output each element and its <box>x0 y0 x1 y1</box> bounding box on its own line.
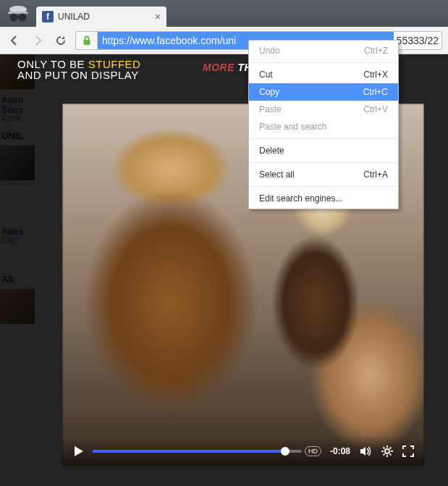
menu-shortcut: Ctrl+X <box>363 70 388 80</box>
svg-point-3 <box>19 13 27 21</box>
svg-line-14 <box>384 453 385 455</box>
tab-close-icon[interactable]: × <box>155 12 161 22</box>
svg-rect-5 <box>83 40 90 45</box>
menu-shortcut: Ctrl+V <box>363 104 388 114</box>
progress-knob[interactable] <box>281 447 289 456</box>
lock-icon <box>76 32 98 49</box>
menu-shortcut: Ctrl+Z <box>364 46 388 56</box>
menu-item-select-all[interactable]: Select all Ctrl+A <box>249 166 398 183</box>
menu-label: Edit search engines... <box>259 193 388 204</box>
back-button[interactable] <box>6 32 23 49</box>
volume-icon[interactable] <box>359 445 372 458</box>
tab-title: UNILAD <box>58 12 151 22</box>
menu-item-edit-search-engines[interactable]: Edit search engines... <box>249 190 398 207</box>
svg-line-12 <box>389 453 391 455</box>
svg-point-6 <box>385 449 389 453</box>
facebook-favicon-icon: f <box>42 11 54 22</box>
menu-separator <box>250 162 397 163</box>
browser-tab[interactable]: f UNILAD × <box>36 7 166 27</box>
browser-tab-bar: f UNILAD × <box>0 0 448 27</box>
svg-line-13 <box>389 448 391 449</box>
menu-item-delete[interactable]: Delete <box>249 142 398 159</box>
menu-item-paste[interactable]: Paste Ctrl+V <box>249 101 398 118</box>
menu-label: Copy <box>259 87 363 97</box>
menu-separator <box>250 138 397 139</box>
play-icon[interactable] <box>72 445 84 457</box>
menu-label: Undo <box>259 46 364 56</box>
time-remaining: -0:08 <box>330 446 350 456</box>
menu-item-cut[interactable]: Cut Ctrl+X <box>249 66 398 83</box>
forward-button <box>29 32 46 49</box>
menu-separator <box>250 186 397 187</box>
overlay-caption-line: AND PUT ON DISPLAY <box>17 69 139 81</box>
svg-line-11 <box>384 448 385 449</box>
menu-item-undo[interactable]: Undo Ctrl+Z <box>249 42 398 59</box>
progress-fill <box>93 450 285 453</box>
menu-label: Cut <box>259 70 363 80</box>
reload-button[interactable] <box>52 32 69 49</box>
context-menu: Undo Ctrl+Z Cut Ctrl+X Copy Ctrl+C Paste… <box>248 40 399 209</box>
menu-separator <box>250 62 397 63</box>
svg-rect-1 <box>8 12 28 14</box>
hd-badge[interactable]: HD <box>305 446 321 456</box>
menu-label: Paste <box>259 104 363 114</box>
menu-label: Select all <box>259 169 363 180</box>
menu-item-paste-search[interactable]: Paste and search <box>249 118 398 135</box>
settings-gear-icon[interactable] <box>381 445 394 458</box>
video-controls: HD -0:08 <box>62 437 424 466</box>
overlay-word: MORE <box>203 62 234 73</box>
svg-point-2 <box>10 13 18 21</box>
menu-shortcut: Ctrl+C <box>363 87 388 97</box>
url-tail-text: 55333/22 <box>394 32 441 49</box>
menu-label: Delete <box>259 146 388 156</box>
menu-item-copy[interactable]: Copy Ctrl+C <box>249 83 398 101</box>
menu-shortcut: Ctrl+A <box>363 169 388 180</box>
menu-label: Paste and search <box>259 122 388 132</box>
overlay-caption: ONLY TO BE STUFFED AND PUT ON DISPLAY <box>17 59 140 80</box>
video-progress-bar[interactable] <box>93 450 302 453</box>
incognito-icon <box>0 0 36 27</box>
fullscreen-icon[interactable] <box>402 445 414 457</box>
svg-rect-4 <box>17 17 20 18</box>
